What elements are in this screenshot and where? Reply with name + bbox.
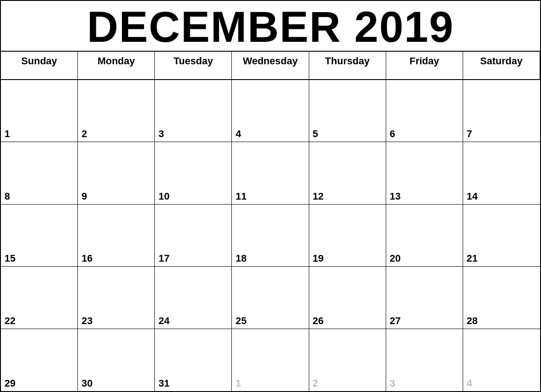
day-cell: 11 [232, 142, 309, 205]
header-saturday: Saturday [463, 52, 540, 80]
day-cell: 22 [1, 267, 78, 329]
day-cell: 7 [463, 80, 540, 143]
day-cell: 24 [155, 267, 232, 329]
day-cell: 17 [155, 205, 232, 267]
day-cell: 9 [78, 142, 155, 205]
day-cell: 20 [386, 205, 463, 267]
day-cell: 26 [309, 267, 386, 329]
day-cell-inactive: 4 [463, 329, 540, 392]
day-cell: 8 [1, 142, 78, 205]
day-cell: 18 [232, 205, 309, 267]
day-cell: 14 [463, 142, 540, 205]
day-cell-inactive: 2 [309, 329, 386, 392]
header-sunday: Sunday [1, 52, 78, 80]
day-cell: 25 [232, 267, 309, 329]
day-cell-inactive: 3 [386, 329, 463, 392]
day-cell: 27 [386, 267, 463, 329]
day-cell: 16 [78, 205, 155, 267]
day-cell: 31 [155, 329, 232, 392]
header-friday: Friday [386, 52, 463, 80]
header-monday: Monday [78, 52, 155, 80]
day-cell: 5 [309, 80, 386, 143]
day-cell: 15 [1, 205, 78, 267]
day-cell: 4 [232, 80, 309, 143]
day-cell: 6 [386, 80, 463, 143]
day-cell: 10 [155, 142, 232, 205]
day-cell: 3 [155, 80, 232, 143]
day-cell: 28 [463, 267, 540, 329]
day-cell: 19 [309, 205, 386, 267]
day-cell: 30 [78, 329, 155, 392]
calendar-grid: Sunday Monday Tuesday Wednesday Thursday… [1, 52, 540, 391]
calendar-title: DECEMBER 2019 [1, 1, 540, 52]
day-cell: 29 [1, 329, 78, 392]
day-cell: 2 [78, 80, 155, 143]
header-tuesday: Tuesday [155, 52, 232, 80]
day-cell: 1 [1, 80, 78, 143]
day-cell: 12 [309, 142, 386, 205]
calendar: DECEMBER 2019 Sunday Monday Tuesday Wedn… [0, 0, 541, 392]
day-cell: 23 [78, 267, 155, 329]
header-thursday: Thursday [309, 52, 386, 80]
day-cell-inactive: 1 [232, 329, 309, 392]
day-cell: 21 [463, 205, 540, 267]
day-cell: 13 [386, 142, 463, 205]
header-wednesday: Wednesday [232, 52, 309, 80]
